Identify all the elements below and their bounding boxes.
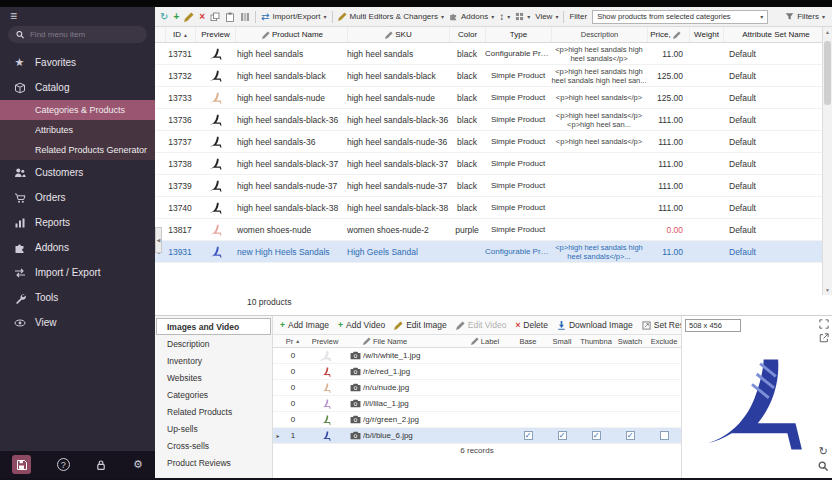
table-row[interactable]: 13737 high heel sandals-36high heel sand… — [155, 131, 822, 153]
filter-select[interactable]: Show products from selected categories ▾ — [592, 10, 768, 24]
sidebar-item-tools[interactable]: Tools — [0, 285, 155, 310]
add-video-button[interactable]: +Add Video — [338, 320, 385, 330]
edit-image-button[interactable]: Edit Image — [394, 320, 447, 330]
table-row[interactable]: 13733 high heel sandals-nudehigh heel sa… — [155, 87, 822, 109]
col-header-product-name[interactable]: Product Name — [235, 27, 347, 42]
sidebar-item-import-export[interactable]: Import / Export — [0, 260, 155, 285]
exclude-checkbox[interactable] — [660, 431, 669, 440]
tab-cross-sells[interactable]: Cross-sells — [156, 437, 271, 454]
table-row[interactable]: 13740 high heel sandals-black-38high hee… — [155, 197, 822, 219]
tab-websites[interactable]: Websites — [156, 369, 271, 386]
paste-icon[interactable] — [225, 12, 235, 22]
table-row[interactable]: 13731 high heel sandalshigh heel sandals… — [155, 43, 822, 65]
col-header-base[interactable]: Base — [511, 337, 545, 346]
edit-video-button[interactable]: Edit Video — [456, 320, 507, 330]
sidebar-item-categories-products[interactable]: Categories & Products — [0, 100, 155, 120]
col-header-id[interactable]: ID▲ — [165, 27, 195, 42]
addons-menu[interactable]: Addons ▾ — [449, 12, 494, 21]
tab-up-sells[interactable]: Up-sells — [156, 420, 271, 437]
tab-related-products[interactable]: Related Products — [156, 403, 271, 420]
sidebar-item-related-products-generator[interactable]: Related Products Generator — [0, 140, 155, 160]
image-row[interactable]: 0 /w/h/white_1.jpg — [273, 348, 681, 364]
delete-image-button[interactable]: ×Delete — [515, 320, 548, 330]
set-resize-rule-button[interactable]: Set Resize Rule▾ — [642, 320, 681, 330]
col-header-sku[interactable]: SKU — [347, 27, 449, 42]
import-export-menu[interactable]: ⇄ Import/Export ▾ — [261, 12, 326, 22]
col-header-color[interactable]: Color — [449, 27, 485, 42]
vertical-scrollbar[interactable]: ▲▼ — [822, 27, 832, 295]
image-row[interactable]: 0 /g/r/green_2.jpg — [273, 412, 681, 428]
hamburger-menu-icon[interactable]: ≡ — [0, 7, 155, 25]
search-input[interactable] — [30, 30, 139, 39]
col-header-preview[interactable]: Preview — [303, 337, 347, 346]
col-header-small[interactable]: Small — [545, 337, 579, 346]
copy-icon[interactable] — [210, 12, 220, 22]
sort-menu[interactable]: ↕▾ — [499, 12, 510, 22]
col-header-label[interactable]: Label — [459, 337, 511, 346]
sort-icon: ↕ — [499, 12, 504, 22]
col-header-position[interactable]: Pr▲ — [283, 337, 303, 346]
table-row[interactable]: 13736 high heel sandals-black-36high hee… — [155, 109, 822, 131]
image-row[interactable]: 0 /l/i/lilac_1.jpg — [273, 396, 681, 412]
lock-button[interactable] — [95, 459, 107, 471]
col-header-exclude[interactable]: Exclude — [647, 337, 681, 346]
view-menu[interactable]: View ▾ — [535, 12, 558, 21]
table-row[interactable]: 13732 high heel sandals-blackhigh heel s… — [155, 65, 822, 87]
col-header-price[interactable]: Price, — [647, 27, 689, 42]
tab-images-and-video[interactable]: Images and Video — [156, 318, 271, 335]
col-header-weight[interactable]: Weight — [689, 27, 723, 42]
table-row[interactable]: 13739 high heel sandals-nude-37high heel… — [155, 175, 822, 197]
col-header-attribute-set[interactable]: Attribute Set Name — [723, 27, 822, 42]
table-row[interactable]: 13817 women shoes-nudewomen shoes-nude-2… — [155, 219, 822, 241]
refresh-icon[interactable]: ↻ — [160, 12, 168, 22]
small-checkbox[interactable] — [558, 431, 567, 440]
tab-product-reviews[interactable]: Product Reviews — [156, 454, 271, 471]
table-row[interactable]: 13738 high heel sandals-black-37high hee… — [155, 153, 822, 175]
add-image-button[interactable]: +Add Image — [280, 320, 329, 330]
image-row-selected[interactable]: 1 /b/l/blue_6.jpg — [273, 428, 681, 444]
sidebar-item-addons[interactable]: Addons — [0, 235, 155, 260]
col-header-description[interactable]: Description — [551, 27, 647, 42]
image-row[interactable]: 0 /r/e/red_1.jpg — [273, 364, 681, 380]
col-header-thumbnail[interactable]: Thumbna — [579, 337, 613, 346]
sidebar-item-attributes[interactable]: Attributes — [0, 120, 155, 140]
scrollbar-thumb[interactable] — [824, 41, 831, 105]
base-checkbox[interactable] — [524, 431, 533, 440]
tab-categories[interactable]: Categories — [156, 386, 271, 403]
tab-description[interactable]: Description — [156, 335, 271, 352]
scroll-up-icon[interactable]: ▲ — [825, 29, 830, 35]
sidebar-item-catalog[interactable]: Catalog — [0, 75, 155, 100]
col-header-type[interactable]: Type — [485, 27, 551, 42]
thumbnail-checkbox[interactable] — [592, 431, 601, 440]
col-header-preview[interactable]: Preview — [195, 27, 235, 42]
zoom-button[interactable] — [818, 461, 828, 473]
delete-product-icon[interactable]: × — [199, 12, 205, 22]
sidebar-item-reports[interactable]: Reports — [0, 210, 155, 235]
table-row-selected[interactable]: 13931 new High Heels SandalsHigh Geels S… — [155, 241, 822, 263]
tab-inventory[interactable]: Inventory — [156, 352, 271, 369]
open-external-button[interactable] — [819, 333, 829, 345]
add-product-icon[interactable]: + — [173, 12, 179, 22]
image-row[interactable]: 0 /n/u/nude.jpg — [273, 380, 681, 396]
sidebar-item-favorites[interactable]: ★ Favorites — [0, 50, 155, 75]
columns-icon[interactable] — [240, 12, 250, 22]
download-image-button[interactable]: Download Image — [557, 320, 633, 330]
filters-button[interactable]: Filters ▾ — [785, 12, 827, 21]
save-button[interactable] — [12, 455, 31, 474]
settings-button[interactable]: ⚙ — [133, 458, 143, 471]
sidebar-item-customers[interactable]: Customers — [0, 160, 155, 185]
scroll-down-icon[interactable]: ▼ — [825, 287, 830, 293]
col-header-file-name[interactable]: File Name — [363, 337, 459, 346]
swatch-checkbox[interactable] — [626, 431, 635, 440]
fullscreen-button[interactable] — [819, 319, 829, 331]
col-header-swatch[interactable]: Swatch — [613, 337, 647, 346]
layout-menu[interactable]: ▾ — [515, 12, 530, 21]
edit-product-icon[interactable] — [184, 12, 194, 22]
image-size-field[interactable] — [685, 319, 741, 332]
rotate-button[interactable]: ↻ — [819, 445, 828, 458]
sidebar-item-orders[interactable]: Orders — [0, 185, 155, 210]
sidebar-collapse-handle[interactable]: ◀ — [155, 227, 162, 253]
sidebar-item-view[interactable]: View — [0, 310, 155, 335]
help-button[interactable]: ? — [57, 458, 70, 471]
multi-editors-menu[interactable]: Multi Editors & Changers ▾ — [338, 12, 445, 21]
